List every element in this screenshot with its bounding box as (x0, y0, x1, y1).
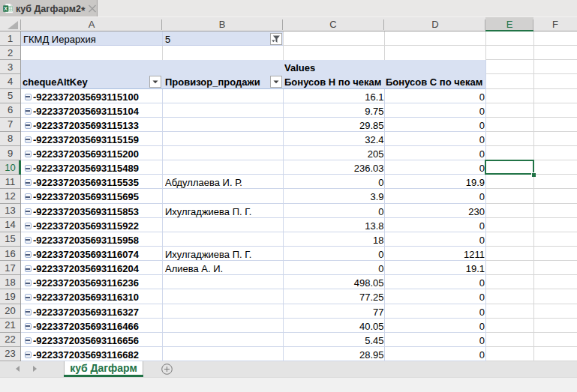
svg-text:X: X (4, 6, 8, 11)
